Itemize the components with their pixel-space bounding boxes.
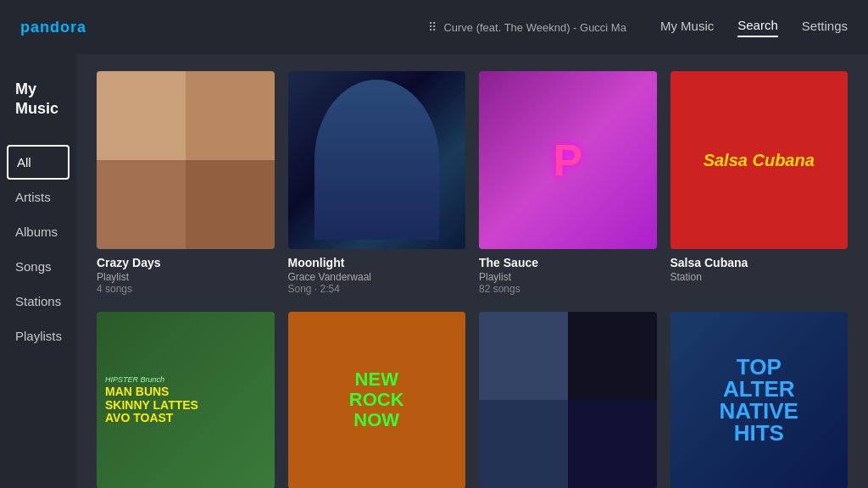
nav-search[interactable]: Search: [737, 18, 778, 37]
img-hipster: HIPSTER Brunch MAN BUNSSKINNY LATTESAVO …: [97, 312, 275, 489]
main-nav: My Music Search Settings: [660, 18, 848, 37]
img-topalternative: TOPALTERNATIVEHITS: [670, 312, 849, 489]
card-sub-salsa-cubana: Station: [670, 271, 849, 283]
sidebar-my-music-label: My Music: [0, 71, 76, 145]
card-image-moonlight: [288, 71, 466, 249]
main-layout: My Music All Artists Albums Songs Statio…: [0, 54, 868, 488]
now-playing[interactable]: ⠿ Curve (feat. The Weeknd) - Gucci Ma: [428, 20, 626, 34]
sidebar-item-playlists[interactable]: Playlists: [0, 319, 76, 353]
card-salsa-cubana[interactable]: Salsa Cubana Salsa Cubana Station: [670, 71, 849, 295]
now-playing-text: Curve (feat. The Weeknd) - Gucci Ma: [443, 21, 626, 34]
card-image-new-rock-now: NEWROCKNOW: [288, 312, 466, 489]
sidebar-item-artists[interactable]: Artists: [0, 180, 76, 214]
card-title-the-sauce: The Sauce: [479, 256, 657, 269]
card-hipster-brunch[interactable]: HIPSTER Brunch MAN BUNSSKINNY LATTESAVO …: [97, 312, 275, 489]
now-playing-icon: ⠿: [428, 20, 437, 34]
card-moonlight[interactable]: Moonlight Grace Vanderwaal Song · 2:54: [288, 71, 466, 295]
sidebar-item-all[interactable]: All: [7, 145, 70, 180]
card-image-crazy-days: [97, 71, 275, 249]
card-image-salsa-cubana: Salsa Cubana: [670, 71, 849, 249]
card-image-the-sauce: P: [479, 71, 657, 249]
card-title-salsa-cubana: Salsa Cubana: [670, 256, 849, 269]
sidebar: My Music All Artists Albums Songs Statio…: [0, 54, 76, 488]
img-salsa: Salsa Cubana: [670, 71, 849, 249]
sidebar-item-songs[interactable]: Songs: [0, 249, 76, 284]
card-top-alternative-hits[interactable]: TOPALTERNATIVEHITS Top Alternative Hits …: [670, 312, 849, 489]
sidebar-item-stations[interactable]: Stations: [0, 284, 76, 319]
card-detail-moonlight: Song · 2:54: [288, 283, 466, 295]
card-detail-crazy-days: 4 songs: [97, 283, 275, 295]
img-walk: [479, 312, 657, 489]
logo: pandora: [20, 19, 97, 36]
card-the-sauce[interactable]: P The Sauce Playlist 82 songs: [479, 71, 657, 295]
hipster-top-label: HIPSTER Brunch: [105, 375, 164, 384]
header: pandora ⠿ Curve (feat. The Weeknd) - Guc…: [0, 0, 868, 54]
search-results-grid: Crazy Days Playlist 4 songs Moonlight Gr…: [97, 71, 848, 488]
sidebar-item-albums[interactable]: Albums: [0, 214, 76, 249]
card-sub-moonlight: Grace Vanderwaal: [288, 271, 466, 283]
card-image-walk-my-way: [479, 312, 657, 489]
card-new-rock-now[interactable]: NEWROCKNOW New Rock Now Playlist 52 song…: [288, 312, 466, 489]
img-crazy-days: [97, 71, 275, 249]
hipster-main-text: MAN BUNSSKINNY LATTESAVO TOAST: [105, 385, 198, 424]
card-detail-the-sauce: 82 songs: [479, 283, 657, 295]
sidebar-nav: All Artists Albums Songs Stations Playli…: [0, 145, 76, 353]
img-moonlight: [288, 71, 466, 249]
content-area: Crazy Days Playlist 4 songs Moonlight Gr…: [76, 54, 868, 488]
card-image-top-alternative-hits: TOPALTERNATIVEHITS: [670, 312, 849, 489]
card-sub-crazy-days: Playlist: [97, 271, 275, 283]
img-sauce: P: [479, 71, 657, 249]
card-title-moonlight: Moonlight: [288, 256, 466, 269]
card-walk-my-way[interactable]: Walk My Way Playlist 13 songs: [479, 312, 657, 489]
nav-settings[interactable]: Settings: [802, 19, 848, 36]
card-image-hipster-brunch: HIPSTER Brunch MAN BUNSSKINNY LATTESAVO …: [97, 312, 275, 489]
card-title-crazy-days: Crazy Days: [97, 256, 275, 269]
img-newrock: NEWROCKNOW: [288, 312, 466, 489]
card-sub-the-sauce: Playlist: [479, 271, 657, 283]
img-moonlight-figure: [314, 80, 439, 240]
card-crazy-days[interactable]: Crazy Days Playlist 4 songs: [97, 71, 275, 295]
nav-my-music[interactable]: My Music: [660, 19, 714, 36]
